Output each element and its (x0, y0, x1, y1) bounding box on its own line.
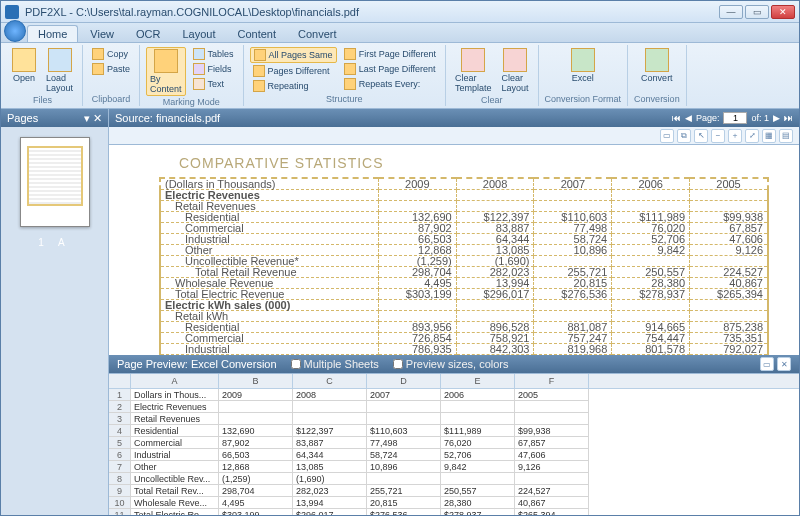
convert-icon (645, 48, 669, 72)
group-clear-label: Clear (481, 95, 503, 105)
tab-view[interactable]: View (80, 26, 124, 42)
group-clipboard-label: Clipboard (92, 94, 131, 104)
tool-pointer-icon[interactable]: ↖ (694, 129, 708, 143)
tab-layout[interactable]: Layout (172, 26, 225, 42)
pages-diff-icon (253, 65, 265, 77)
convert-button[interactable]: Convert (638, 47, 676, 84)
preview-header: Page Preview: Excel Conversion Multiple … (109, 355, 799, 373)
copy-icon (92, 48, 104, 60)
nav-prev-icon[interactable]: ◀ (685, 113, 692, 123)
excel-icon (571, 48, 595, 72)
thumbnail-label: 1 A (1, 237, 108, 248)
group-files-label: Files (33, 95, 52, 105)
load-layout-button[interactable]: Load Layout (43, 47, 76, 94)
fields-button[interactable]: Fields (190, 62, 237, 76)
tables-button[interactable]: Tables (190, 47, 237, 61)
source-bar: Source: financials.pdf ⏮ ◀ Page: of: 1 ▶… (109, 109, 799, 127)
doc-title: COMPARATIVE STATISTICS (179, 155, 789, 171)
paste-icon (92, 63, 104, 75)
preview-expand-icon[interactable]: ▭ (760, 357, 774, 371)
tab-home[interactable]: Home (27, 25, 78, 42)
first-page-diff-button[interactable]: First Page Different (341, 47, 439, 61)
pages-different-button[interactable]: Pages Different (250, 64, 337, 78)
clear-layout-icon (503, 48, 527, 72)
minimize-button[interactable]: — (719, 5, 743, 19)
tab-content[interactable]: Content (227, 26, 286, 42)
tool-zoomout-icon[interactable]: − (711, 129, 725, 143)
excel-format-button[interactable]: Excel (568, 47, 598, 84)
pages-panel: Pages ▾ ✕ 1 A (1, 109, 109, 516)
document-view[interactable]: COMPARATIVE STATISTICS (Dollars in Thous… (109, 145, 799, 355)
by-content-button[interactable]: By Content (146, 47, 186, 96)
close-button[interactable]: ✕ (771, 5, 795, 19)
tool-more-icon[interactable]: ▤ (779, 129, 793, 143)
page-number-input[interactable] (723, 112, 747, 124)
repeats-icon (344, 78, 356, 90)
ribbon: Open Load Layout Files Copy Paste Clipbo… (1, 43, 799, 109)
field-icon (193, 63, 205, 75)
copy-button[interactable]: Copy (89, 47, 131, 61)
multiple-sheets-checkbox[interactable]: Multiple Sheets (291, 358, 379, 370)
folder-icon (12, 48, 36, 72)
nav-first-icon[interactable]: ⏮ (672, 113, 681, 123)
clear-layout-button[interactable]: Clear Layout (499, 47, 532, 94)
repeating-button[interactable]: Repeating (250, 79, 337, 93)
firstpage-icon (344, 48, 356, 60)
ribbon-tabs: Home View OCR Layout Content Convert (1, 23, 799, 43)
preview-close-icon[interactable]: ✕ (777, 357, 791, 371)
group-marking-label: Marking Mode (163, 97, 220, 107)
app-logo-icon (5, 5, 19, 19)
pages-panel-header: Pages ▾ ✕ (1, 109, 108, 127)
preview-title: Page Preview: Excel Conversion (117, 358, 277, 370)
repeat-icon (253, 80, 265, 92)
tool-fit-icon[interactable]: ⤢ (745, 129, 759, 143)
pdf-table[interactable]: (Dollars in Thousands)200920082007200620… (159, 177, 769, 355)
tab-convert[interactable]: Convert (288, 26, 347, 42)
text-button[interactable]: Text (190, 77, 237, 91)
nav-next-icon[interactable]: ▶ (773, 113, 780, 123)
tool-zoomin-icon[interactable]: ＋ (728, 129, 742, 143)
source-title: Source: financials.pdf (115, 112, 220, 124)
tool-select-icon[interactable]: ▭ (660, 129, 674, 143)
paste-button[interactable]: Paste (89, 62, 133, 76)
text-icon (193, 78, 205, 90)
clear-template-button[interactable]: Clear Template (452, 47, 495, 94)
window-title: PDF2XL - C:\Users\tal.rayman.COGNILOCAL\… (25, 6, 719, 18)
layout-icon (48, 48, 72, 72)
group-structure-label: Structure (326, 94, 363, 104)
maximize-button[interactable]: ▭ (745, 5, 769, 19)
table-icon (193, 48, 205, 60)
content-icon (154, 49, 178, 73)
open-button[interactable]: Open (9, 47, 39, 84)
repeats-every-button[interactable]: Repeats Every: (341, 77, 439, 91)
page-thumbnail[interactable] (20, 137, 90, 227)
last-page-diff-button[interactable]: Last Page Different (341, 62, 439, 76)
excel-preview[interactable]: ABCDEF 1Dollars in Thous...2009200820072… (109, 373, 799, 516)
filter-icon[interactable]: ▾ ✕ (84, 112, 102, 125)
tab-ocr[interactable]: OCR (126, 26, 170, 42)
group-conversion-format-label: Conversion Format (545, 94, 622, 104)
nav-last-icon[interactable]: ⏭ (784, 113, 793, 123)
window-buttons: — ▭ ✕ (719, 5, 795, 19)
doc-toolbar: ▭ ⧉ ↖ − ＋ ⤢ ▦ ▤ (109, 127, 799, 145)
tool-grid-icon[interactable]: ▦ (762, 129, 776, 143)
titlebar: PDF2XL - C:\Users\tal.rayman.COGNILOCAL\… (1, 1, 799, 23)
pages-icon (254, 49, 266, 61)
app-orb-button[interactable] (4, 20, 26, 42)
tool-copy-icon[interactable]: ⧉ (677, 129, 691, 143)
clear-template-icon (461, 48, 485, 72)
preview-sizes-checkbox[interactable]: Preview sizes, colors (393, 358, 509, 370)
all-pages-same-button[interactable]: All Pages Same (250, 47, 337, 63)
group-conversion-label: Conversion (634, 94, 680, 104)
lastpage-icon (344, 63, 356, 75)
